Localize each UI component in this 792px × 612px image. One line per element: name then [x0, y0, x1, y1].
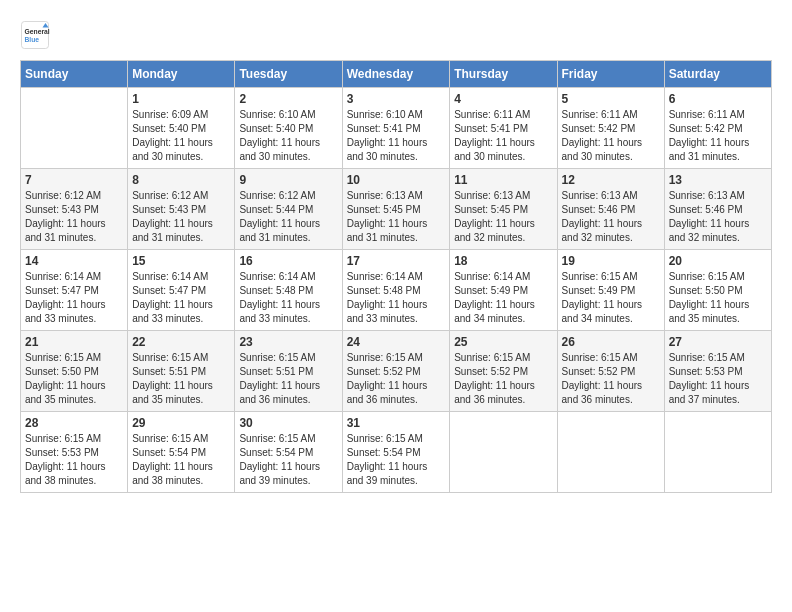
day-number: 28 [25, 416, 123, 430]
calendar-cell: 27Sunrise: 6:15 AMSunset: 5:53 PMDayligh… [664, 331, 771, 412]
day-info: Sunrise: 6:14 AMSunset: 5:48 PMDaylight:… [239, 270, 337, 326]
day-info: Sunrise: 6:15 AMSunset: 5:51 PMDaylight:… [132, 351, 230, 407]
day-number: 24 [347, 335, 446, 349]
day-number: 9 [239, 173, 337, 187]
calendar-cell: 29Sunrise: 6:15 AMSunset: 5:54 PMDayligh… [128, 412, 235, 493]
calendar-week-4: 28Sunrise: 6:15 AMSunset: 5:53 PMDayligh… [21, 412, 772, 493]
day-info: Sunrise: 6:11 AMSunset: 5:41 PMDaylight:… [454, 108, 552, 164]
day-number: 5 [562, 92, 660, 106]
day-info: Sunrise: 6:13 AMSunset: 5:45 PMDaylight:… [347, 189, 446, 245]
calendar-cell: 1Sunrise: 6:09 AMSunset: 5:40 PMDaylight… [128, 88, 235, 169]
day-info: Sunrise: 6:14 AMSunset: 5:47 PMDaylight:… [25, 270, 123, 326]
calendar-cell: 18Sunrise: 6:14 AMSunset: 5:49 PMDayligh… [450, 250, 557, 331]
calendar-cell [557, 412, 664, 493]
day-info: Sunrise: 6:14 AMSunset: 5:47 PMDaylight:… [132, 270, 230, 326]
logo-icon: General Blue [20, 20, 50, 50]
day-number: 14 [25, 254, 123, 268]
day-info: Sunrise: 6:11 AMSunset: 5:42 PMDaylight:… [562, 108, 660, 164]
calendar-cell: 20Sunrise: 6:15 AMSunset: 5:50 PMDayligh… [664, 250, 771, 331]
calendar-cell: 4Sunrise: 6:11 AMSunset: 5:41 PMDaylight… [450, 88, 557, 169]
calendar-cell: 5Sunrise: 6:11 AMSunset: 5:42 PMDaylight… [557, 88, 664, 169]
calendar-cell: 17Sunrise: 6:14 AMSunset: 5:48 PMDayligh… [342, 250, 450, 331]
day-number: 4 [454, 92, 552, 106]
svg-text:Blue: Blue [25, 36, 40, 43]
svg-text:General: General [25, 28, 50, 35]
calendar-cell: 6Sunrise: 6:11 AMSunset: 5:42 PMDaylight… [664, 88, 771, 169]
calendar-cell: 19Sunrise: 6:15 AMSunset: 5:49 PMDayligh… [557, 250, 664, 331]
day-info: Sunrise: 6:10 AMSunset: 5:40 PMDaylight:… [239, 108, 337, 164]
calendar-cell: 8Sunrise: 6:12 AMSunset: 5:43 PMDaylight… [128, 169, 235, 250]
day-number: 6 [669, 92, 767, 106]
day-number: 23 [239, 335, 337, 349]
day-info: Sunrise: 6:12 AMSunset: 5:43 PMDaylight:… [25, 189, 123, 245]
day-info: Sunrise: 6:13 AMSunset: 5:45 PMDaylight:… [454, 189, 552, 245]
calendar-cell: 24Sunrise: 6:15 AMSunset: 5:52 PMDayligh… [342, 331, 450, 412]
day-number: 13 [669, 173, 767, 187]
day-info: Sunrise: 6:15 AMSunset: 5:54 PMDaylight:… [132, 432, 230, 488]
day-info: Sunrise: 6:15 AMSunset: 5:53 PMDaylight:… [669, 351, 767, 407]
calendar-cell: 23Sunrise: 6:15 AMSunset: 5:51 PMDayligh… [235, 331, 342, 412]
day-number: 7 [25, 173, 123, 187]
header-tuesday: Tuesday [235, 61, 342, 88]
calendar-cell: 7Sunrise: 6:12 AMSunset: 5:43 PMDaylight… [21, 169, 128, 250]
calendar-cell [450, 412, 557, 493]
day-info: Sunrise: 6:15 AMSunset: 5:52 PMDaylight:… [454, 351, 552, 407]
day-info: Sunrise: 6:15 AMSunset: 5:54 PMDaylight:… [239, 432, 337, 488]
header-monday: Monday [128, 61, 235, 88]
calendar-cell: 11Sunrise: 6:13 AMSunset: 5:45 PMDayligh… [450, 169, 557, 250]
day-info: Sunrise: 6:15 AMSunset: 5:50 PMDaylight:… [669, 270, 767, 326]
header-thursday: Thursday [450, 61, 557, 88]
calendar-table: SundayMondayTuesdayWednesdayThursdayFrid… [20, 60, 772, 493]
calendar-week-1: 7Sunrise: 6:12 AMSunset: 5:43 PMDaylight… [21, 169, 772, 250]
day-number: 16 [239, 254, 337, 268]
day-number: 29 [132, 416, 230, 430]
day-info: Sunrise: 6:15 AMSunset: 5:54 PMDaylight:… [347, 432, 446, 488]
calendar-cell: 10Sunrise: 6:13 AMSunset: 5:45 PMDayligh… [342, 169, 450, 250]
day-info: Sunrise: 6:14 AMSunset: 5:49 PMDaylight:… [454, 270, 552, 326]
day-info: Sunrise: 6:15 AMSunset: 5:49 PMDaylight:… [562, 270, 660, 326]
calendar-cell: 12Sunrise: 6:13 AMSunset: 5:46 PMDayligh… [557, 169, 664, 250]
calendar-week-2: 14Sunrise: 6:14 AMSunset: 5:47 PMDayligh… [21, 250, 772, 331]
day-info: Sunrise: 6:14 AMSunset: 5:48 PMDaylight:… [347, 270, 446, 326]
calendar-cell: 16Sunrise: 6:14 AMSunset: 5:48 PMDayligh… [235, 250, 342, 331]
day-number: 15 [132, 254, 230, 268]
calendar-cell: 31Sunrise: 6:15 AMSunset: 5:54 PMDayligh… [342, 412, 450, 493]
day-info: Sunrise: 6:12 AMSunset: 5:43 PMDaylight:… [132, 189, 230, 245]
day-number: 20 [669, 254, 767, 268]
calendar-cell [664, 412, 771, 493]
day-number: 10 [347, 173, 446, 187]
calendar-cell: 2Sunrise: 6:10 AMSunset: 5:40 PMDaylight… [235, 88, 342, 169]
header-wednesday: Wednesday [342, 61, 450, 88]
calendar-cell: 26Sunrise: 6:15 AMSunset: 5:52 PMDayligh… [557, 331, 664, 412]
day-number: 11 [454, 173, 552, 187]
calendar-cell: 22Sunrise: 6:15 AMSunset: 5:51 PMDayligh… [128, 331, 235, 412]
day-info: Sunrise: 6:11 AMSunset: 5:42 PMDaylight:… [669, 108, 767, 164]
calendar-cell: 3Sunrise: 6:10 AMSunset: 5:41 PMDaylight… [342, 88, 450, 169]
header-row: SundayMondayTuesdayWednesdayThursdayFrid… [21, 61, 772, 88]
day-info: Sunrise: 6:13 AMSunset: 5:46 PMDaylight:… [669, 189, 767, 245]
calendar-week-0: 1Sunrise: 6:09 AMSunset: 5:40 PMDaylight… [21, 88, 772, 169]
calendar-cell: 25Sunrise: 6:15 AMSunset: 5:52 PMDayligh… [450, 331, 557, 412]
header-sunday: Sunday [21, 61, 128, 88]
calendar-cell [21, 88, 128, 169]
day-number: 27 [669, 335, 767, 349]
day-number: 21 [25, 335, 123, 349]
day-number: 17 [347, 254, 446, 268]
page-header: General Blue [20, 20, 772, 50]
day-number: 12 [562, 173, 660, 187]
day-info: Sunrise: 6:13 AMSunset: 5:46 PMDaylight:… [562, 189, 660, 245]
day-number: 2 [239, 92, 337, 106]
day-number: 8 [132, 173, 230, 187]
calendar-cell: 21Sunrise: 6:15 AMSunset: 5:50 PMDayligh… [21, 331, 128, 412]
day-number: 31 [347, 416, 446, 430]
day-number: 1 [132, 92, 230, 106]
day-info: Sunrise: 6:12 AMSunset: 5:44 PMDaylight:… [239, 189, 337, 245]
day-number: 22 [132, 335, 230, 349]
day-number: 18 [454, 254, 552, 268]
calendar-cell: 30Sunrise: 6:15 AMSunset: 5:54 PMDayligh… [235, 412, 342, 493]
day-number: 30 [239, 416, 337, 430]
header-friday: Friday [557, 61, 664, 88]
day-info: Sunrise: 6:15 AMSunset: 5:50 PMDaylight:… [25, 351, 123, 407]
calendar-cell: 28Sunrise: 6:15 AMSunset: 5:53 PMDayligh… [21, 412, 128, 493]
header-saturday: Saturday [664, 61, 771, 88]
